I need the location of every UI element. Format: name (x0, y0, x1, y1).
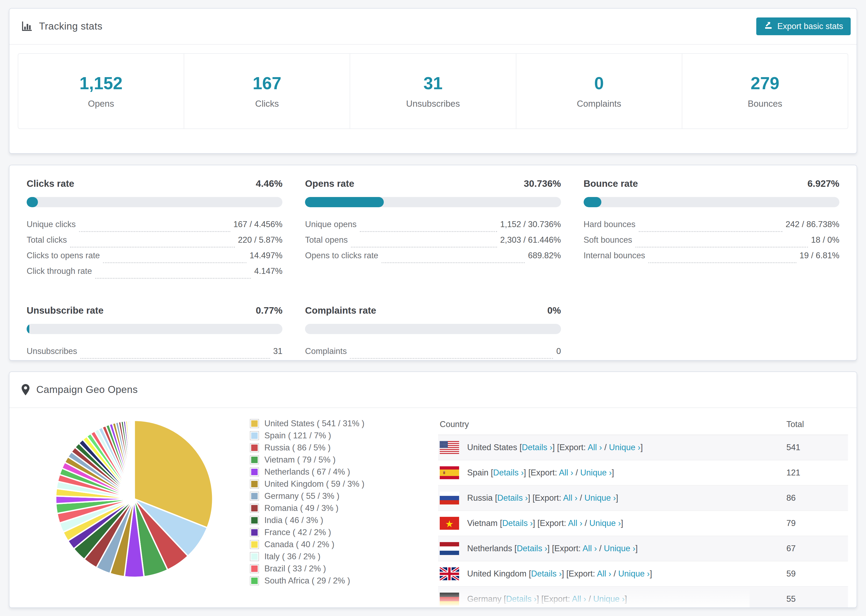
stat-value: 0 (594, 73, 604, 93)
export-unique-link[interactable]: Unique › (589, 519, 621, 528)
slash-separator: / (582, 519, 589, 528)
legend-swatch (250, 540, 259, 549)
rate-head: Clicks rate4.46% (27, 178, 282, 189)
tracking-stats-title: Tracking stats (21, 21, 102, 32)
geo-table-row-united-kingdom: United Kingdom [Details ›] [Export: All … (438, 561, 848, 586)
country-cell-content: Vietnam [Details ›] [Export: All › / Uni… (440, 517, 785, 530)
slash-separator: / (602, 443, 609, 452)
export-all-link[interactable]: All › (572, 594, 586, 603)
geo-table: Country Total United States [Details ›] … (438, 414, 848, 608)
country-cell: Vietnam [Details ›] [Export: All › / Uni… (438, 511, 785, 536)
legend-label: France ( 42 / 2% ) (265, 528, 331, 537)
export-all-link[interactable]: All › (597, 569, 611, 578)
rate-row-unique-clicks: Unique clicks167 / 4.456% (27, 220, 282, 235)
stat-box-clicks: 167Clicks (184, 54, 350, 129)
rate-rows: Unsubscribes31 (27, 346, 282, 362)
legend-label: Germany ( 55 / 3% ) (265, 491, 339, 501)
export-label: Export: (535, 493, 563, 503)
geo-title-text: Campaign Geo Opens (36, 384, 138, 395)
export-unique-link[interactable]: Unique › (580, 468, 612, 477)
legend-item-united-states: United States ( 541 / 31% ) (250, 419, 406, 428)
dotted-leader (360, 231, 497, 232)
export-basic-stats-button[interactable]: Export basic stats (756, 17, 851, 35)
legend-item-italy: Italy ( 36 / 2% ) (250, 552, 406, 561)
bracket: ] [ (524, 468, 531, 477)
bracket: ] (650, 569, 652, 578)
total-cell: 67 (785, 536, 848, 561)
details-link[interactable]: Details › (502, 519, 533, 528)
rate-row-value: 0 (556, 346, 561, 356)
export-unique-link[interactable]: Unique › (618, 569, 650, 578)
total-cell: 121 (785, 460, 848, 486)
legend-label: Brazil ( 33 / 2% ) (265, 564, 326, 574)
country-cell: Germany [Details ›] [Export: All › / Uni… (438, 586, 785, 608)
united-kingdom-flag-icon (440, 567, 459, 580)
bar-chart-icon (21, 21, 33, 32)
total-cell: 59 (785, 561, 848, 586)
dotted-leader (350, 358, 553, 359)
progress-bar (27, 197, 282, 207)
export-unique-link[interactable]: Unique › (609, 443, 640, 452)
country-text: Vietnam [Details ›] [Export: All › / Uni… (467, 519, 623, 528)
spain-flag-icon (440, 466, 459, 479)
legend-swatch-color (251, 566, 258, 572)
legend-swatch-color (251, 469, 258, 475)
rate-block-complaints-rate: Complaints rate0%Complaints0 (305, 305, 561, 362)
total-cell: 86 (785, 486, 848, 511)
legend-swatch (250, 564, 259, 573)
rate-row-value: 18 / 0% (811, 235, 839, 245)
rate-row-internal-bounces: Internal bounces19 / 6.81% (584, 251, 839, 266)
country-name: Russia (467, 493, 495, 503)
bracket: ] [ (533, 519, 540, 528)
export-all-link[interactable]: All › (559, 468, 573, 477)
pie-slice-other-31 (134, 420, 134, 499)
country-cell: Russia [Details ›] [Export: All › / Uniq… (438, 486, 785, 511)
geo-table-wrap: Country Total United States [Details ›] … (438, 414, 848, 608)
stat-box-bounces: 279Bounces (682, 54, 848, 129)
export-all-link[interactable]: All › (583, 544, 597, 553)
rate-head: Unsubscribe rate0.77% (27, 305, 282, 316)
country-text: United Kingdom [Details ›] [Export: All … (467, 569, 652, 579)
slash-separator: / (586, 594, 593, 603)
details-link[interactable]: Details › (497, 493, 528, 503)
country-cell: Netherlands [Details ›] [Export: All › /… (438, 536, 785, 561)
legend-label: Canada ( 40 / 2% ) (265, 540, 334, 549)
geo-pie-chart (54, 414, 215, 608)
legend-swatch-color (251, 505, 258, 511)
pie-chart-svg (54, 418, 215, 580)
country-cell-content: United Kingdom [Details ›] [Export: All … (440, 567, 785, 580)
legend-swatch (250, 504, 259, 513)
rate-row-total-opens: Total opens2,303 / 61.446% (305, 235, 561, 251)
details-link[interactable]: Details › (493, 468, 524, 477)
rate-row-value: 242 / 86.738% (786, 220, 839, 229)
rate-head: Opens rate30.736% (305, 178, 561, 189)
export-unique-link[interactable]: Unique › (584, 493, 616, 503)
geo-table-row-spain: Spain [Details ›] [Export: All › / Uniqu… (438, 460, 848, 486)
details-link[interactable]: Details › (531, 569, 562, 578)
details-link[interactable]: Details › (516, 544, 547, 553)
dotted-leader (79, 231, 230, 232)
legend-label: Russia ( 86 / 5% ) (265, 443, 331, 453)
details-link[interactable]: Details › (506, 594, 537, 603)
legend-swatch (250, 455, 259, 464)
export-label: Export: (568, 569, 597, 578)
export-unique-link[interactable]: Unique › (604, 544, 635, 553)
dotted-leader (70, 247, 235, 248)
column-header-country: Country (438, 414, 785, 435)
legend-swatch (250, 467, 259, 476)
netherlands-flag-icon (440, 542, 459, 555)
export-all-link[interactable]: All › (568, 519, 582, 528)
export-all-link[interactable]: All › (563, 493, 578, 503)
export-unique-link[interactable]: Unique › (593, 594, 625, 603)
rate-row-label: Unique clicks (27, 220, 76, 229)
legend-swatch (250, 576, 259, 585)
legend-swatch (250, 516, 259, 525)
legend-swatch-color (251, 420, 258, 427)
progress-bar (27, 324, 282, 334)
export-all-link[interactable]: All › (587, 443, 602, 452)
country-name: Germany (467, 594, 504, 603)
rate-row-value: 31 (273, 346, 282, 356)
legend-item-canada: Canada ( 40 / 2% ) (250, 540, 406, 549)
total-cell: 55 (785, 586, 848, 608)
details-link[interactable]: Details › (522, 443, 553, 452)
